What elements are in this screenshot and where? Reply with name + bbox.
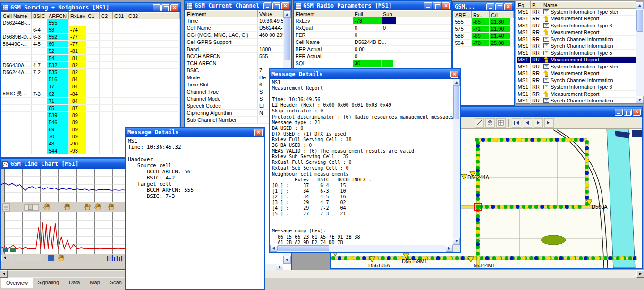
- column-header[interactable]: Element: [294, 11, 353, 17]
- close-button[interactable]: [442, 2, 450, 9]
- column-header[interactable]: C31: [113, 13, 127, 19]
- neighbor-row[interactable]: 560C-吴... 7-3 62 -84: [1, 90, 180, 98]
- maximize-button[interactable]: [495, 3, 503, 10]
- table-row[interactable]: Band 1800: [186, 46, 284, 53]
- column-header[interactable]: ARF...: [454, 12, 472, 18]
- minimize-button[interactable]: [615, 109, 623, 116]
- maximize-button[interactable]: [624, 109, 632, 116]
- minimize-button[interactable]: [424, 2, 432, 9]
- column-header[interactable]: C2: [100, 13, 113, 19]
- neighbor-row[interactable]: 516 -84: [1, 76, 180, 83]
- message-row[interactable]: MS1 RR System Information Type 5ter: [517, 63, 636, 70]
- tab-overview[interactable]: Overview: [1, 278, 33, 288]
- handover-event-icon[interactable]: [95, 204, 101, 210]
- scroll-down-button[interactable]: [283, 256, 291, 264]
- table-row[interactable]: BER Actual 0.00: [294, 46, 451, 53]
- grid-icon[interactable]: [496, 118, 506, 128]
- close-button[interactable]: [504, 3, 512, 10]
- table-row[interactable]: 555 -65 21.80: [454, 18, 514, 26]
- neighbor-row[interactable]: 546 -89: [1, 119, 180, 126]
- neighbor-row[interactable]: 17 -84: [1, 83, 180, 90]
- neighbor-row[interactable]: 71 -84: [1, 98, 180, 105]
- message-row[interactable]: MS1 RR System Information Type 6: [517, 22, 636, 29]
- neighbor-row[interactable]: 52 -81: [1, 48, 180, 55]
- neighbor-row[interactable]: D5689B-D... 6-3 552 -77: [1, 34, 180, 41]
- minimize-button[interactable]: [486, 3, 494, 10]
- column-header[interactable]: C/I: [490, 12, 510, 18]
- column-header[interactable]: ARFCN: [47, 13, 69, 19]
- table-row[interactable]: CGI (MCC, MNC, LAC, CI) 460 00 205: [186, 32, 284, 39]
- current-channel-titlebar[interactable]: GSM Current Channel [MS1]: [185, 1, 291, 10]
- message-row[interactable]: MS1 RR Synch Channel Information: [517, 43, 636, 50]
- column-header[interactable]: C1: [86, 13, 100, 19]
- column-header[interactable]: Rx...: [472, 12, 490, 18]
- handover-event-icon[interactable]: [44, 204, 50, 210]
- scroll-up-button[interactable]: [283, 10, 291, 18]
- message-row[interactable]: MS1 RR System Information Type 5: [517, 50, 636, 57]
- column-header[interactable]: Value: [258, 11, 284, 17]
- maximize-button[interactable]: [272, 2, 280, 9]
- table-row[interactable]: TCH ARFCN: [186, 60, 284, 67]
- go-last-button[interactable]: [544, 118, 554, 128]
- table-row[interactable]: RxQual 0 0: [294, 25, 451, 32]
- message-row[interactable]: MS1 RR Measurement Report: [517, 56, 636, 63]
- handover-event-icon[interactable]: [58, 255, 64, 261]
- scroll-left-button[interactable]: [0, 270, 8, 278]
- column-header[interactable]: Name: [542, 2, 636, 9]
- message-row[interactable]: MS1 RR Synch Channel Information: [517, 97, 636, 104]
- close-button[interactable]: [170, 4, 178, 11]
- scrollbar-thumb[interactable]: [277, 245, 329, 251]
- close-button[interactable]: [254, 129, 263, 136]
- tab-data[interactable]: Data: [64, 278, 85, 287]
- chart-tool-icon[interactable]: [10, 248, 16, 252]
- neighbor-row[interactable]: 6-4 58 -74: [1, 26, 180, 34]
- chart-tool-icon[interactable]: [3, 248, 8, 252]
- layers-icon[interactable]: [485, 118, 495, 128]
- handover-event-icon[interactable]: [108, 204, 114, 210]
- scrollbar-thumb[interactable]: [284, 18, 290, 60]
- scroll-right-button[interactable]: [446, 245, 453, 252]
- vertical-scrollbar[interactable]: [453, 79, 460, 245]
- scroll-up-button[interactable]: [453, 79, 460, 86]
- scroll-right-button[interactable]: [636, 270, 644, 278]
- table-row[interactable]: SQI 30: [294, 60, 451, 67]
- table-row[interactable]: 588 -69 21.40: [454, 33, 514, 40]
- column-header[interactable]: Cell Name: [1, 13, 32, 19]
- go-prev-button[interactable]: [523, 118, 532, 128]
- workspace-horizontal-scrollbar[interactable]: [0, 270, 644, 278]
- maximize-button[interactable]: [161, 4, 169, 11]
- message-row[interactable]: MS1 RR Synch Channel Information: [517, 77, 636, 84]
- neighbor-row[interactable]: D56244A-... 7-2 535 -82: [1, 69, 180, 76]
- table-row[interactable]: FER 0: [294, 32, 451, 39]
- column-header[interactable]: Element: [186, 11, 258, 17]
- neighbor-row[interactable]: D56244B-... 555: [1, 19, 180, 26]
- vertical-scrollbar[interactable]: [636, 1, 644, 103]
- radio-parameters-titlebar[interactable]: GSM Radio Parameters [MS1]: [294, 1, 451, 10]
- message-row[interactable]: MS1 RR Measurement Report: [517, 70, 636, 77]
- column-header[interactable]: Eq.: [517, 2, 531, 9]
- chart-tool-icon[interactable]: [48, 255, 54, 261]
- table-row[interactable]: 594 -70 25.00: [454, 40, 514, 47]
- minimize-button[interactable]: [153, 4, 161, 11]
- message-row[interactable]: MS1 RR Synch Channel Information: [517, 36, 636, 43]
- message-row[interactable]: MS1 RR Measurement Report: [517, 91, 636, 98]
- table-row[interactable]: BCCH ARFCN 555: [186, 53, 284, 60]
- close-button[interactable]: [633, 109, 641, 116]
- handover-event-icon[interactable]: [64, 204, 70, 210]
- tab-scan[interactable]: Scan: [105, 278, 127, 287]
- column-header[interactable]: Full: [353, 11, 381, 17]
- scrollbar-thumb[interactable]: [636, 10, 643, 32]
- maximize-button[interactable]: [433, 2, 441, 9]
- table-row[interactable]: RxLev -73: [294, 17, 451, 25]
- scrollbar-thumb[interactable]: [8, 271, 130, 277]
- measure-icon[interactable]: [475, 118, 484, 128]
- message-row[interactable]: MS1 RR Measurement Report: [517, 15, 636, 22]
- column-header[interactable]: P.: [531, 2, 542, 9]
- ci-titlebar[interactable]: GSM...: [453, 2, 514, 11]
- table-row[interactable]: FER Actual 0: [294, 53, 451, 60]
- serving-neighbors-titlebar[interactable]: GSM Serving + Neighbors [MS1]: [1, 3, 180, 12]
- tab-signaling[interactable]: Signaling: [33, 278, 64, 287]
- message-details-titlebar[interactable]: Message Details: [270, 69, 460, 79]
- scroll-left-button[interactable]: [270, 245, 277, 252]
- chart-scroll-left-button[interactable]: [1, 255, 8, 261]
